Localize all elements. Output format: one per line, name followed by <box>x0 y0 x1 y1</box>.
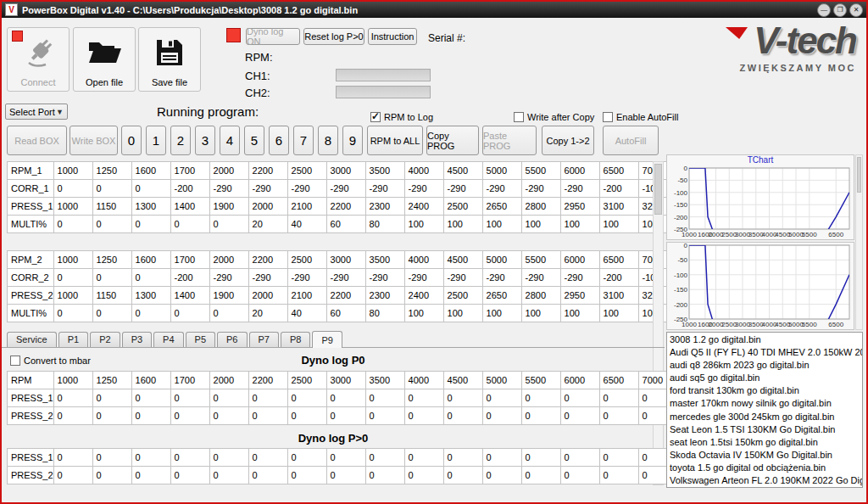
table-cell[interactable]: 0 <box>209 216 248 233</box>
table-cell[interactable]: 1900 <box>209 287 248 305</box>
table-cell[interactable]: 0 <box>560 449 599 467</box>
digit-5-button[interactable]: 5 <box>244 126 264 155</box>
table-cell[interactable]: 0 <box>92 305 131 322</box>
table-cell[interactable]: 0 <box>560 389 599 407</box>
digit-6-button[interactable]: 6 <box>269 126 289 155</box>
table-cell[interactable]: 0 <box>326 467 365 484</box>
table-cell[interactable]: 100 <box>404 305 443 322</box>
table-cell[interactable]: 1150 <box>92 198 131 216</box>
digit-7-button[interactable]: 7 <box>293 126 314 155</box>
copy-prog-button[interactable]: Copy PROG <box>426 126 479 155</box>
table-cell[interactable]: 0 <box>170 216 209 233</box>
table-cell[interactable]: -200 <box>599 180 638 198</box>
table-cell[interactable]: 0 <box>521 449 560 467</box>
table-cell[interactable]: 0 <box>443 407 482 425</box>
table-cell[interactable]: 6000 <box>560 162 599 180</box>
table-cell[interactable]: 0 <box>92 407 131 425</box>
table-cell[interactable]: 1900 <box>209 198 248 216</box>
table-cell[interactable]: -200 <box>170 269 209 287</box>
table-cell[interactable]: 6500 <box>599 251 638 269</box>
table-cell[interactable]: 1400 <box>170 287 209 305</box>
table-cell[interactable]: -290 <box>248 180 287 198</box>
table-cell[interactable]: 4500 <box>443 372 482 389</box>
table-cell[interactable]: 0 <box>248 407 287 425</box>
table-cell[interactable]: 0 <box>209 467 248 484</box>
table-cell[interactable]: 0 <box>53 180 92 198</box>
table-cell[interactable]: 0 <box>365 467 404 484</box>
table-cell[interactable]: 60 <box>326 305 365 322</box>
write-box-button[interactable]: Write BOX <box>70 126 118 155</box>
table-cell[interactable]: 0 <box>599 389 638 407</box>
table-cell[interactable]: 0 <box>326 407 365 425</box>
rpm-to-log-checkbox[interactable]: RPM to Log <box>370 112 433 122</box>
table-cell[interactable]: 2500 <box>287 162 326 180</box>
table-cell[interactable]: 2100 <box>287 198 326 216</box>
maximize-button[interactable]: ❐ <box>833 3 847 17</box>
table-cell[interactable]: 0 <box>248 467 287 484</box>
table-cell[interactable]: 2000 <box>209 162 248 180</box>
tab-p6[interactable]: P6 <box>217 332 247 347</box>
file-item[interactable]: seat leon 1.5tsi 150km go digital.bin <box>670 436 862 449</box>
table-cell[interactable]: 1400 <box>170 198 209 216</box>
table-cell[interactable]: 0 <box>170 389 209 407</box>
table-cell[interactable]: 0 <box>131 389 170 407</box>
table-cell[interactable]: 2200 <box>326 287 365 305</box>
table-cell[interactable]: 0 <box>560 407 599 425</box>
table-cell[interactable]: 1600 <box>131 162 170 180</box>
table-cell[interactable]: 0 <box>170 467 209 484</box>
table-cell[interactable]: -290 <box>482 180 521 198</box>
table-cell[interactable]: 2200 <box>248 372 287 389</box>
table-cell[interactable]: 0 <box>482 389 521 407</box>
tab-p2[interactable]: P2 <box>90 332 120 347</box>
table-cell[interactable]: 2000 <box>209 372 248 389</box>
table-cell[interactable]: 0 <box>248 449 287 467</box>
table-cell[interactable]: -290 <box>443 180 482 198</box>
file-item[interactable]: toyota 1.5 go digital od obciążenia.bin <box>670 462 862 474</box>
table-cell[interactable]: 5500 <box>521 251 560 269</box>
table-cell[interactable]: 100 <box>482 216 521 233</box>
table-cell[interactable]: 0 <box>521 407 560 425</box>
table-cell[interactable]: -290 <box>365 180 404 198</box>
table-cell[interactable]: 0 <box>131 305 170 322</box>
table-cell[interactable]: 100 <box>599 216 638 233</box>
tab-p1[interactable]: P1 <box>58 332 88 347</box>
table-cell[interactable]: 1600 <box>131 251 170 269</box>
table-cell[interactable]: 0 <box>209 389 248 407</box>
table-cell[interactable]: 100 <box>560 305 599 322</box>
table-cell[interactable]: -290 <box>521 269 560 287</box>
table-cell[interactable]: 0 <box>92 467 131 484</box>
table-cell[interactable]: 1000 <box>53 251 92 269</box>
table-cell[interactable]: 2200 <box>248 162 287 180</box>
table-cell[interactable]: 0 <box>131 407 170 425</box>
table-cell[interactable]: 0 <box>443 389 482 407</box>
dyno-log-on-button[interactable]: Dyno log ON <box>246 28 300 45</box>
table-cell[interactable]: 2400 <box>404 287 443 305</box>
table-cell[interactable]: 2300 <box>365 198 404 216</box>
scrollbar-thumb[interactable] <box>857 157 861 193</box>
digit-8-button[interactable]: 8 <box>318 126 338 155</box>
table-cell[interactable]: -290 <box>560 180 599 198</box>
table-cell[interactable]: 0 <box>53 269 92 287</box>
file-item[interactable]: Volkswagen Arteon FL 2.0 190KM 2022 Go D… <box>670 474 862 487</box>
file-item[interactable]: audi q8 286km 2023 go digital.bin <box>670 359 862 372</box>
table-cell[interactable]: 0 <box>131 467 170 484</box>
table-cell[interactable]: 0 <box>365 449 404 467</box>
table-cell[interactable]: 0 <box>170 407 209 425</box>
table-cell[interactable]: 100 <box>443 216 482 233</box>
table-cell[interactable]: 1250 <box>92 251 131 269</box>
table-cell[interactable]: 3500 <box>365 251 404 269</box>
table-cell[interactable]: 1250 <box>92 372 131 389</box>
enable-autofill-checkbox[interactable]: Enable AutoFill <box>603 112 678 122</box>
table-cell[interactable]: -200 <box>170 180 209 198</box>
tab-p7[interactable]: P7 <box>249 332 279 347</box>
table-cell[interactable]: 2650 <box>482 198 521 216</box>
digit-9-button[interactable]: 9 <box>342 126 363 155</box>
table-cell[interactable]: 1000 <box>53 198 92 216</box>
table-cell[interactable]: 0 <box>482 467 521 484</box>
minimize-button[interactable]: — <box>817 3 831 17</box>
table-cell[interactable]: 80 <box>365 305 404 322</box>
table-cell[interactable]: 1000 <box>53 162 92 180</box>
table-cell[interactable]: 40 <box>287 216 326 233</box>
table-cell[interactable]: -290 <box>287 180 326 198</box>
file-item[interactable]: ford transit 130km go digital.bin <box>670 384 862 397</box>
